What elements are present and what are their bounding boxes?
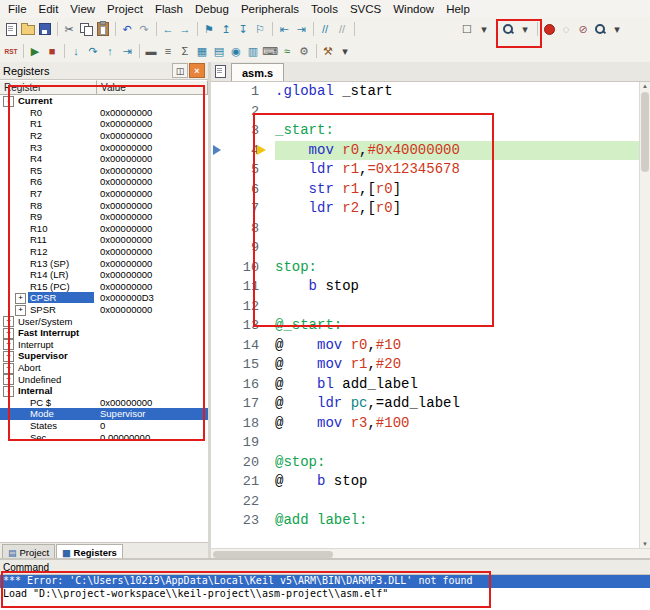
code-line[interactable]: 19 — [211, 433, 640, 453]
symbol-window-icon[interactable]: Σ — [177, 42, 193, 60]
register-row[interactable]: R20x00000000 — [0, 130, 208, 142]
register-row[interactable]: +Interrupt — [0, 338, 208, 350]
menu-tools[interactable]: Tools — [305, 2, 344, 16]
scroll-down-icon[interactable]: ▼ — [640, 541, 650, 547]
code-line[interactable]: 20@stop: — [211, 453, 640, 473]
disassembly-window-icon[interactable]: ≡ — [160, 42, 176, 60]
register-row[interactable]: R15 (PC)0x00000000 — [0, 281, 208, 293]
tree-expander-icon[interactable]: + — [3, 339, 14, 350]
code-area[interactable]: 1.global _start23_start:4 mov r0,#0x4000… — [211, 82, 640, 548]
tree-expander-icon[interactable]: + — [3, 363, 14, 374]
toggle-bookmark-icon[interactable]: ⚑ — [201, 20, 217, 38]
register-row[interactable]: -Internal — [0, 385, 208, 397]
register-row[interactable]: R80x00000000 — [0, 199, 208, 211]
vertical-scrollbar[interactable]: ▲ ▼ — [639, 82, 650, 548]
tree-expander-icon[interactable]: + — [3, 316, 14, 327]
code-line[interactable]: 1.global _start — [211, 82, 640, 102]
next-bookmark-icon[interactable]: ↧ — [235, 20, 251, 38]
register-row[interactable]: Sec0.00000000 — [0, 431, 208, 443]
code-line[interactable]: 15@ mov r1,#20 — [211, 355, 640, 375]
navigate-forward-icon[interactable]: → — [177, 20, 193, 38]
paste-icon[interactable] — [95, 20, 111, 38]
serial-window-icon[interactable]: ⌨ — [262, 42, 278, 60]
find-icon[interactable] — [592, 20, 608, 38]
code-line[interactable]: 5 ldr r1,=0x12345678 — [211, 160, 640, 180]
navigate-back-icon[interactable]: ← — [160, 20, 176, 38]
register-row[interactable]: R120x00000000 — [0, 246, 208, 258]
insert-breakpoint-icon[interactable] — [541, 20, 557, 38]
register-row[interactable]: R50x00000000 — [0, 165, 208, 177]
register-row[interactable]: +Undefined — [0, 373, 208, 385]
dock-pin-icon[interactable]: ◫ — [172, 63, 188, 78]
register-row[interactable]: R90x00000000 — [0, 211, 208, 223]
tree-expander-icon[interactable]: - — [3, 386, 14, 397]
code-line[interactable]: 8 — [211, 219, 640, 239]
column-header-value[interactable]: Value — [97, 80, 208, 95]
code-line[interactable]: 23@add label: — [211, 511, 640, 531]
config-checkbox-icon[interactable]: ☐ — [459, 20, 475, 38]
register-row[interactable]: R100x00000000 — [0, 223, 208, 235]
menu-view[interactable]: View — [64, 2, 101, 16]
code-line[interactable]: 4 mov r0,#0x40000000 — [211, 141, 640, 161]
run-to-line-icon[interactable]: ⇥ — [119, 42, 135, 60]
register-row[interactable]: R13 (SP)0x00000000 — [0, 257, 208, 269]
code-line[interactable]: 7 ldr r2,[r0] — [211, 199, 640, 219]
analysis-window-icon[interactable]: ≈ — [279, 42, 295, 60]
code-line[interactable]: 17@ ldr pc,=add_label — [211, 394, 640, 414]
code-line[interactable]: 3_start: — [211, 121, 640, 141]
code-line[interactable]: 16@ bl add_label — [211, 375, 640, 395]
copy-icon[interactable] — [78, 20, 94, 38]
menu-edit[interactable]: Edit — [33, 2, 65, 16]
reset-icon[interactable]: RST — [3, 42, 19, 60]
kill-breakpoints-icon[interactable]: ⊘ — [575, 20, 591, 38]
prev-bookmark-icon[interactable]: ↥ — [218, 20, 234, 38]
toolbox-icon[interactable]: ⚒ — [320, 42, 336, 60]
register-row[interactable]: R30x00000000 — [0, 141, 208, 153]
code-line[interactable]: 21@ b stop — [211, 472, 640, 492]
save-icon[interactable] — [37, 20, 53, 38]
code-editor[interactable]: 1.global _start23_start:4 mov r0,#0x4000… — [211, 82, 650, 548]
new-file-icon[interactable] — [3, 20, 19, 38]
command-output-line[interactable]: Load "D:\\project-workspace\\keil-projec… — [0, 588, 650, 601]
menu-file[interactable]: File — [2, 2, 33, 16]
cut-icon[interactable]: ✂ — [61, 20, 77, 38]
find-in-files-icon[interactable] — [500, 20, 516, 38]
register-row[interactable]: +Abort — [0, 362, 208, 374]
menu-help[interactable]: Help — [440, 2, 476, 16]
code-line[interactable]: 12 — [211, 297, 640, 317]
indent-icon[interactable]: ⇥ — [293, 20, 309, 38]
redo-icon[interactable]: ↷ — [136, 20, 152, 38]
find-dropdown-icon[interactable]: ▾ — [609, 20, 625, 38]
menu-project[interactable]: Project — [101, 2, 149, 16]
menu-peripherals[interactable]: Peripherals — [235, 2, 305, 16]
code-line[interactable]: 10stop: — [211, 258, 640, 278]
register-row[interactable]: R14 (LR)0x00000000 — [0, 269, 208, 281]
code-line[interactable]: 11 b stop — [211, 277, 640, 297]
open-file-icon[interactable] — [20, 20, 36, 38]
register-row[interactable]: R40x00000000 — [0, 153, 208, 165]
config-dropdown-icon[interactable]: ▾ — [476, 20, 492, 38]
scroll-up-icon[interactable]: ▲ — [640, 83, 650, 89]
code-line[interactable]: 13@_start: — [211, 316, 640, 336]
register-row[interactable]: +Supervisor — [0, 350, 208, 362]
tree-expander-icon[interactable]: + — [15, 305, 26, 316]
code-line[interactable]: 2 — [211, 102, 640, 122]
register-row[interactable]: R00x00000000 — [0, 107, 208, 119]
find-in-files-dropdown-icon[interactable]: ▾ — [517, 20, 533, 38]
uncomment-icon[interactable]: // — [334, 20, 350, 38]
register-row[interactable]: PC $0x00000000 — [0, 396, 208, 408]
register-row[interactable]: -Current — [0, 95, 208, 107]
clear-bookmarks-icon[interactable]: ⚐ — [252, 20, 268, 38]
register-row[interactable]: +Fast Interrupt — [0, 327, 208, 339]
close-icon[interactable]: × — [189, 63, 205, 78]
watch-window-icon[interactable]: ◉ — [228, 42, 244, 60]
run-icon[interactable]: ▶ — [27, 42, 43, 60]
step-into-icon[interactable]: ↓ — [68, 42, 84, 60]
register-row[interactable]: R110x00000000 — [0, 234, 208, 246]
toolbox-dropdown-icon[interactable]: ▾ — [337, 42, 353, 60]
column-header-register[interactable]: Register — [0, 80, 97, 95]
register-row[interactable]: R70x00000000 — [0, 188, 208, 200]
stop-icon[interactable]: ■ — [44, 42, 60, 60]
tab-asm-s[interactable]: asm.s — [231, 63, 284, 81]
tree-expander-icon[interactable]: - — [3, 96, 14, 107]
